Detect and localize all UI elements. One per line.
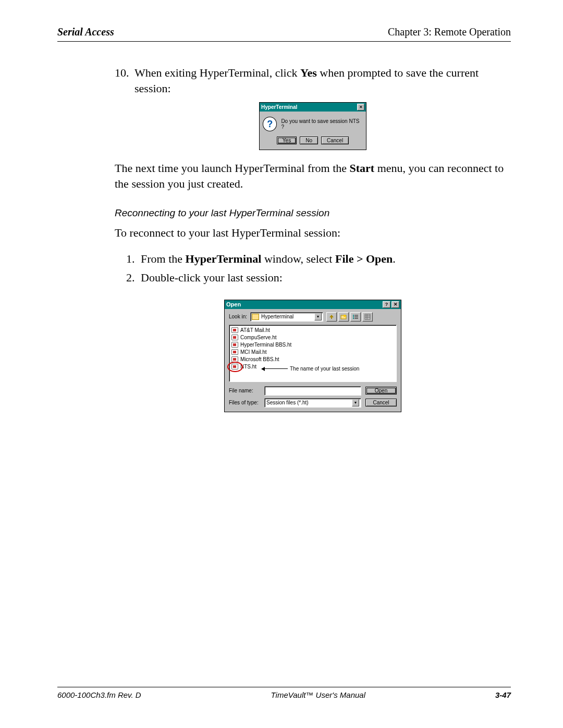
annotation-text: The name of your last session <box>290 366 359 372</box>
session-file-icon <box>231 349 238 355</box>
open-dialog-figure: Open ? ✕ Look in: Hyperterminal ▼ <box>115 300 511 412</box>
session-file-icon <box>231 327 238 333</box>
session-file-icon <box>231 356 238 362</box>
dialog-title: HyperTerminal <box>261 104 297 110</box>
footer-manual-title: TimeVault™ User's Manual <box>271 690 365 699</box>
step-2: 2. Double-click your last session: <box>126 268 511 287</box>
cancel-button[interactable]: Cancel <box>321 137 349 144</box>
header-chapter: Chapter 3: Remote Operation <box>388 26 511 38</box>
page: Serial Access Chapter 3: Remote Operatio… <box>0 0 563 728</box>
lookin-value: Hyperterminal <box>261 314 293 319</box>
svg-rect-2 <box>354 315 358 316</box>
filename-input[interactable] <box>264 386 361 396</box>
chevron-down-icon[interactable]: ▼ <box>314 313 322 320</box>
svg-rect-1 <box>353 315 354 316</box>
filetype-label: Files of type: <box>229 400 260 405</box>
svg-rect-3 <box>353 316 354 317</box>
page-footer: 6000-100Ch3.fm Rev. D TimeVault™ User's … <box>57 687 511 699</box>
step-number: 10. <box>115 65 134 96</box>
hyperterminal-save-dialog: HyperTerminal ✕ ? Do you want to save se… <box>259 102 366 150</box>
list-item[interactable]: CompuServe.ht <box>231 334 394 341</box>
page-header: Serial Access Chapter 3: Remote Operatio… <box>57 26 511 42</box>
close-icon[interactable]: ✕ <box>391 301 399 308</box>
list-item[interactable]: Microsoft BBS.ht <box>231 356 394 363</box>
chevron-down-icon[interactable]: ▼ <box>352 399 359 406</box>
step-10: 10. When exiting HyperTerminal, click Ye… <box>115 65 511 96</box>
lookin-combo[interactable]: Hyperterminal ▼ <box>250 312 323 322</box>
cancel-button[interactable]: Cancel <box>365 399 397 406</box>
body-content: 10. When exiting HyperTerminal, click Ye… <box>57 65 511 412</box>
no-button[interactable]: No <box>300 137 318 144</box>
lookin-label: Look in: <box>229 314 247 319</box>
annotation-arrow: The name of your last session <box>262 366 359 372</box>
dialog-buttons: Yes No Cancel <box>260 137 366 150</box>
footer-doc-id: 6000-100Ch3.fm Rev. D <box>57 690 141 699</box>
help-icon[interactable]: ? <box>383 301 390 308</box>
list-view-icon[interactable] <box>350 312 361 322</box>
open-toolbar: Look in: Hyperterminal ▼ <box>225 309 401 325</box>
arrow-line <box>262 368 288 369</box>
yes-button[interactable]: Yes <box>277 137 297 144</box>
new-folder-icon[interactable] <box>338 312 349 322</box>
dialog-body: ? Do you want to save session NTS ? <box>260 112 366 137</box>
session-file-icon <box>231 342 238 348</box>
open-dialog: Open ? ✕ Look in: Hyperterminal ▼ <box>224 300 401 412</box>
reconnect-steps: 1. From the HyperTerminal window, select… <box>115 250 511 286</box>
intro-reconnect: To reconnect to your last HyperTerminal … <box>115 225 511 241</box>
svg-rect-4 <box>354 316 358 317</box>
footer-page-number: 3-47 <box>495 690 511 699</box>
question-icon: ? <box>263 117 277 131</box>
save-dialog-figure: HyperTerminal ✕ ? Do you want to save se… <box>115 102 511 150</box>
dialog-titlebar: Open ? ✕ <box>225 300 401 309</box>
svg-rect-5 <box>353 318 354 319</box>
step-text: When exiting HyperTerminal, click Yes wh… <box>134 65 511 96</box>
session-file-icon <box>231 335 238 340</box>
up-one-level-icon[interactable] <box>326 312 337 322</box>
dialog-titlebar: HyperTerminal ✕ <box>260 103 366 112</box>
list-item[interactable]: AT&T Mail.ht <box>231 327 394 334</box>
file-list[interactable]: AT&T Mail.ht CompuServe.ht HyperTerminal… <box>229 325 397 382</box>
header-section: Serial Access <box>57 26 114 38</box>
dialog-title: Open <box>226 301 241 307</box>
svg-rect-6 <box>354 318 358 319</box>
details-view-icon[interactable] <box>362 312 373 322</box>
list-item[interactable]: MCI Mail.ht <box>231 349 394 356</box>
paragraph-next-launch: The next time you launch HyperTerminal f… <box>115 161 511 191</box>
folder-icon <box>252 314 259 320</box>
filetype-combo[interactable]: Session files (*.ht)▼ <box>264 398 361 408</box>
open-button[interactable]: Open <box>365 387 397 394</box>
svg-rect-7 <box>365 314 370 319</box>
session-file-icon <box>231 364 238 369</box>
step-1: 1. From the HyperTerminal window, select… <box>126 250 511 268</box>
list-item[interactable]: HyperTerminal BBS.ht <box>231 341 394 349</box>
filename-label: File name: <box>229 388 260 393</box>
open-dialog-bottom: File name: Open Files of type: Session f… <box>225 382 401 412</box>
close-icon[interactable]: ✕ <box>357 104 364 110</box>
dialog-message: Do you want to save session NTS ? <box>281 118 362 130</box>
subheading-reconnect: Reconnecting to your last HyperTerminal … <box>115 207 511 219</box>
